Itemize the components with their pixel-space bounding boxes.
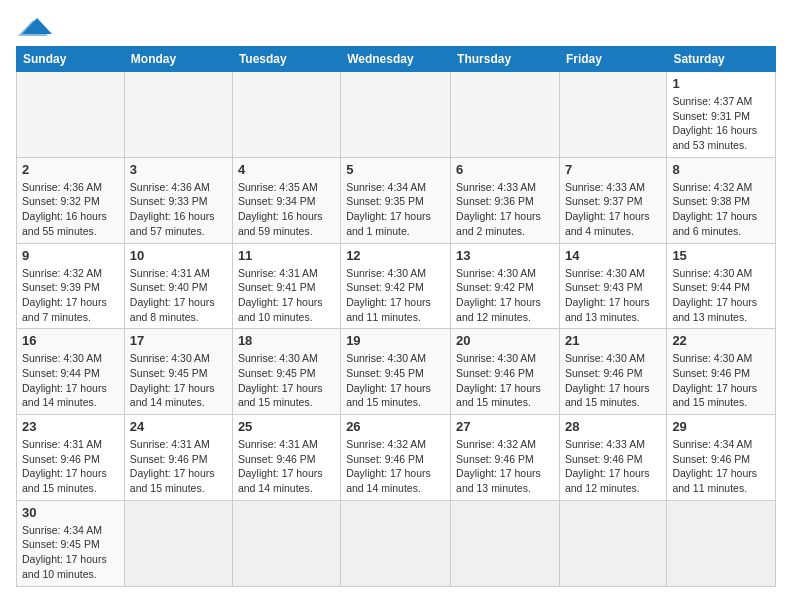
calendar-cell: 13Sunrise: 4:30 AM Sunset: 9:42 PM Dayli… <box>451 243 560 329</box>
calendar-cell <box>451 500 560 586</box>
day-number: 23 <box>22 419 119 434</box>
calendar-cell: 23Sunrise: 4:31 AM Sunset: 9:46 PM Dayli… <box>17 415 125 501</box>
day-number: 17 <box>130 333 227 348</box>
day-info: Sunrise: 4:32 AM Sunset: 9:46 PM Dayligh… <box>346 437 445 496</box>
day-info: Sunrise: 4:33 AM Sunset: 9:37 PM Dayligh… <box>565 180 661 239</box>
calendar-header-row: SundayMondayTuesdayWednesdayThursdayFrid… <box>17 47 776 72</box>
day-info: Sunrise: 4:30 AM Sunset: 9:43 PM Dayligh… <box>565 266 661 325</box>
day-info: Sunrise: 4:37 AM Sunset: 9:31 PM Dayligh… <box>672 94 770 153</box>
calendar-cell: 1Sunrise: 4:37 AM Sunset: 9:31 PM Daylig… <box>667 72 776 158</box>
calendar-week-row: 23Sunrise: 4:31 AM Sunset: 9:46 PM Dayli… <box>17 415 776 501</box>
day-number: 22 <box>672 333 770 348</box>
day-info: Sunrise: 4:32 AM Sunset: 9:46 PM Dayligh… <box>456 437 554 496</box>
calendar-cell <box>559 72 666 158</box>
calendar-cell: 27Sunrise: 4:32 AM Sunset: 9:46 PM Dayli… <box>451 415 560 501</box>
day-number: 18 <box>238 333 335 348</box>
calendar-cell: 3Sunrise: 4:36 AM Sunset: 9:33 PM Daylig… <box>124 157 232 243</box>
header <box>16 16 776 36</box>
calendar-cell: 17Sunrise: 4:30 AM Sunset: 9:45 PM Dayli… <box>124 329 232 415</box>
day-number: 29 <box>672 419 770 434</box>
day-number: 4 <box>238 162 335 177</box>
day-info: Sunrise: 4:36 AM Sunset: 9:32 PM Dayligh… <box>22 180 119 239</box>
calendar-cell <box>232 500 340 586</box>
calendar-cell: 10Sunrise: 4:31 AM Sunset: 9:40 PM Dayli… <box>124 243 232 329</box>
day-number: 8 <box>672 162 770 177</box>
logo-icon <box>18 16 56 36</box>
day-number: 21 <box>565 333 661 348</box>
day-number: 1 <box>672 76 770 91</box>
day-number: 30 <box>22 505 119 520</box>
day-number: 27 <box>456 419 554 434</box>
calendar-week-row: 30Sunrise: 4:34 AM Sunset: 9:45 PM Dayli… <box>17 500 776 586</box>
day-info: Sunrise: 4:34 AM Sunset: 9:35 PM Dayligh… <box>346 180 445 239</box>
calendar-cell: 24Sunrise: 4:31 AM Sunset: 9:46 PM Dayli… <box>124 415 232 501</box>
day-number: 16 <box>22 333 119 348</box>
calendar-cell: 2Sunrise: 4:36 AM Sunset: 9:32 PM Daylig… <box>17 157 125 243</box>
day-header-saturday: Saturday <box>667 47 776 72</box>
day-info: Sunrise: 4:30 AM Sunset: 9:46 PM Dayligh… <box>565 351 661 410</box>
calendar-cell <box>667 500 776 586</box>
calendar-cell <box>341 500 451 586</box>
day-number: 26 <box>346 419 445 434</box>
calendar-week-row: 1Sunrise: 4:37 AM Sunset: 9:31 PM Daylig… <box>17 72 776 158</box>
day-info: Sunrise: 4:31 AM Sunset: 9:46 PM Dayligh… <box>130 437 227 496</box>
day-info: Sunrise: 4:31 AM Sunset: 9:40 PM Dayligh… <box>130 266 227 325</box>
calendar-cell: 30Sunrise: 4:34 AM Sunset: 9:45 PM Dayli… <box>17 500 125 586</box>
day-number: 25 <box>238 419 335 434</box>
day-number: 7 <box>565 162 661 177</box>
day-number: 2 <box>22 162 119 177</box>
calendar-cell <box>341 72 451 158</box>
day-info: Sunrise: 4:30 AM Sunset: 9:46 PM Dayligh… <box>672 351 770 410</box>
calendar-cell: 14Sunrise: 4:30 AM Sunset: 9:43 PM Dayli… <box>559 243 666 329</box>
day-info: Sunrise: 4:30 AM Sunset: 9:45 PM Dayligh… <box>130 351 227 410</box>
day-number: 24 <box>130 419 227 434</box>
calendar-cell: 9Sunrise: 4:32 AM Sunset: 9:39 PM Daylig… <box>17 243 125 329</box>
day-info: Sunrise: 4:31 AM Sunset: 9:41 PM Dayligh… <box>238 266 335 325</box>
calendar-cell <box>17 72 125 158</box>
calendar-cell: 16Sunrise: 4:30 AM Sunset: 9:44 PM Dayli… <box>17 329 125 415</box>
day-header-monday: Monday <box>124 47 232 72</box>
day-info: Sunrise: 4:36 AM Sunset: 9:33 PM Dayligh… <box>130 180 227 239</box>
day-number: 13 <box>456 248 554 263</box>
day-info: Sunrise: 4:30 AM Sunset: 9:44 PM Dayligh… <box>672 266 770 325</box>
calendar-week-row: 2Sunrise: 4:36 AM Sunset: 9:32 PM Daylig… <box>17 157 776 243</box>
day-number: 10 <box>130 248 227 263</box>
calendar-cell: 18Sunrise: 4:30 AM Sunset: 9:45 PM Dayli… <box>232 329 340 415</box>
day-number: 9 <box>22 248 119 263</box>
day-header-thursday: Thursday <box>451 47 560 72</box>
calendar-cell: 26Sunrise: 4:32 AM Sunset: 9:46 PM Dayli… <box>341 415 451 501</box>
day-number: 14 <box>565 248 661 263</box>
day-number: 5 <box>346 162 445 177</box>
logo <box>16 16 56 36</box>
calendar-cell: 28Sunrise: 4:33 AM Sunset: 9:46 PM Dayli… <box>559 415 666 501</box>
day-info: Sunrise: 4:30 AM Sunset: 9:42 PM Dayligh… <box>456 266 554 325</box>
calendar-cell: 29Sunrise: 4:34 AM Sunset: 9:46 PM Dayli… <box>667 415 776 501</box>
day-header-tuesday: Tuesday <box>232 47 340 72</box>
day-info: Sunrise: 4:33 AM Sunset: 9:36 PM Dayligh… <box>456 180 554 239</box>
calendar-cell <box>559 500 666 586</box>
day-info: Sunrise: 4:32 AM Sunset: 9:38 PM Dayligh… <box>672 180 770 239</box>
day-info: Sunrise: 4:33 AM Sunset: 9:46 PM Dayligh… <box>565 437 661 496</box>
day-info: Sunrise: 4:30 AM Sunset: 9:45 PM Dayligh… <box>238 351 335 410</box>
calendar-cell: 12Sunrise: 4:30 AM Sunset: 9:42 PM Dayli… <box>341 243 451 329</box>
calendar-cell: 8Sunrise: 4:32 AM Sunset: 9:38 PM Daylig… <box>667 157 776 243</box>
calendar-cell <box>451 72 560 158</box>
day-info: Sunrise: 4:31 AM Sunset: 9:46 PM Dayligh… <box>22 437 119 496</box>
day-number: 20 <box>456 333 554 348</box>
day-info: Sunrise: 4:34 AM Sunset: 9:46 PM Dayligh… <box>672 437 770 496</box>
day-number: 12 <box>346 248 445 263</box>
day-number: 28 <box>565 419 661 434</box>
calendar-cell: 22Sunrise: 4:30 AM Sunset: 9:46 PM Dayli… <box>667 329 776 415</box>
calendar-week-row: 16Sunrise: 4:30 AM Sunset: 9:44 PM Dayli… <box>17 329 776 415</box>
calendar-cell <box>232 72 340 158</box>
day-info: Sunrise: 4:31 AM Sunset: 9:46 PM Dayligh… <box>238 437 335 496</box>
day-info: Sunrise: 4:30 AM Sunset: 9:44 PM Dayligh… <box>22 351 119 410</box>
day-number: 3 <box>130 162 227 177</box>
calendar-cell: 21Sunrise: 4:30 AM Sunset: 9:46 PM Dayli… <box>559 329 666 415</box>
calendar-cell: 4Sunrise: 4:35 AM Sunset: 9:34 PM Daylig… <box>232 157 340 243</box>
day-info: Sunrise: 4:35 AM Sunset: 9:34 PM Dayligh… <box>238 180 335 239</box>
calendar-cell <box>124 500 232 586</box>
calendar-cell <box>124 72 232 158</box>
day-info: Sunrise: 4:30 AM Sunset: 9:46 PM Dayligh… <box>456 351 554 410</box>
calendar: SundayMondayTuesdayWednesdayThursdayFrid… <box>16 46 776 587</box>
